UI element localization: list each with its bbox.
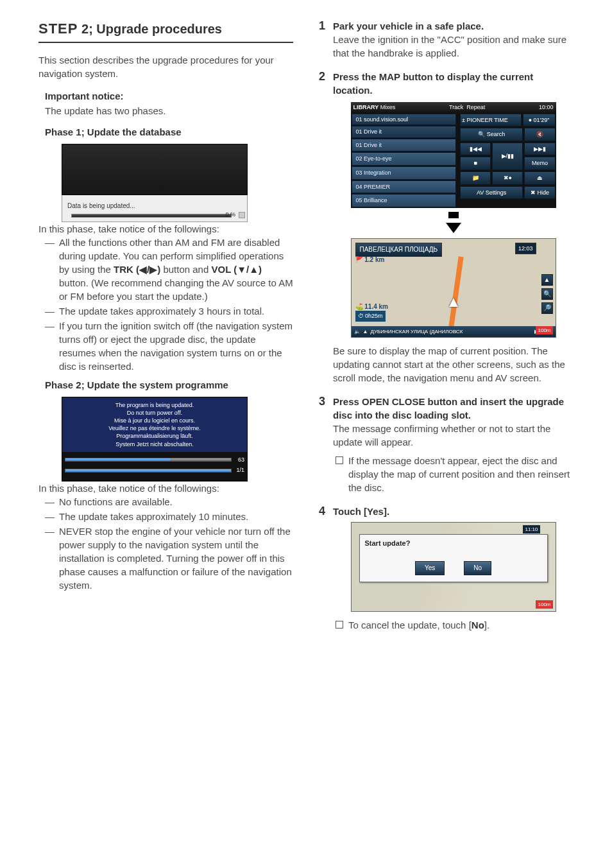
phase1-bullets: All the functions other than AM and FM a…: [38, 236, 293, 373]
important-notice-body: The update has two phases.: [45, 104, 293, 117]
arrow-down-icon: [333, 212, 574, 233]
lib-repeat: Repeat: [466, 104, 485, 110]
lib-next-button[interactable]: ▶▶▮: [524, 143, 555, 156]
trk-button-label: TRK (◀/▶): [114, 264, 160, 275]
lib-eject-button[interactable]: ⏏: [524, 171, 555, 185]
step-rest: 2; Upgrade procedures: [78, 22, 222, 36]
figure-update-programme: The program is being updated. Do not tur…: [62, 397, 248, 482]
phase2-note-intro: In this phase, take notice of the follow…: [38, 482, 293, 495]
lib-item-4[interactable]: 04 PREMIER: [352, 180, 457, 194]
lib-nowplaying: 01 Drive it: [352, 126, 457, 138]
lib-stop-button[interactable]: ■: [460, 157, 491, 170]
step-4-note-b: ].: [484, 620, 489, 630]
lib-title: LIBRARY: [353, 104, 379, 110]
lib-av-settings-button[interactable]: AV Settings: [460, 186, 523, 200]
step-word: STEP: [38, 21, 78, 37]
step-2-command: Press the MAP button to display the curr…: [333, 71, 533, 96]
intro-paragraph: This section describes the upgrade proce…: [38, 53, 293, 80]
phase2-bullet-2: The update takes approximately 10 minute…: [45, 510, 293, 523]
fig-prog-line-6: System Jetzt nicht abschalten.: [66, 440, 243, 448]
figure-library-screen: LIBRARY Mixes Track Repeat 10:00 01 soun…: [351, 102, 556, 208]
step-2-number: 2: [319, 69, 325, 85]
lib-clock: 10:00: [539, 103, 554, 112]
phase1-heading: Phase 1; Update the database: [45, 125, 293, 139]
map-eta-distance: ⛳ 11.4 km: [355, 302, 388, 311]
lib-rec-button[interactable]: ✖●: [492, 171, 523, 185]
phase2-bullet-3: NEVER stop the engine of your vehicle no…: [45, 525, 293, 592]
programme-progress-bar-1: [65, 458, 232, 462]
confirm-scale-badge: 100m: [536, 600, 552, 609]
phase1-bullet-1: All the functions other than AM and FM a…: [45, 236, 293, 303]
figure-confirm-dialog: 11:10 Start update? Yes No 100m: [351, 522, 556, 612]
phase2-bullet-1: No functions are available.: [45, 495, 293, 508]
step-3-number: 3: [319, 394, 325, 410]
step-1-body: Leave the ignition in the "ACC" position…: [333, 34, 566, 58]
map-up-button[interactable]: ▲: [541, 274, 553, 286]
lib-item-2[interactable]: 02 Eye-to-eye: [352, 152, 457, 166]
lib-track: Track: [449, 104, 463, 110]
map-zoom-in-button[interactable]: 🔍: [541, 288, 553, 300]
map-topbar: ПАВЕЛЕЦКАЯ ПЛОЩАДЬ: [355, 243, 443, 257]
map-eta-time: ⏱ 0h25m: [355, 311, 386, 322]
step-1-command: Park your vehicle in a safe place.: [333, 21, 484, 31]
fig-prog-line-5: Programmaktualisierung läuft.: [66, 432, 243, 440]
confirm-time: 11:10: [523, 525, 540, 534]
programme-progress-pct-2: 1/1: [234, 466, 244, 474]
progress-stop-icon: [239, 212, 245, 218]
phase1-bullet-1-mid: button and: [160, 264, 211, 275]
lib-playpause-button[interactable]: ▶/▮▮: [492, 143, 523, 170]
step-header: STEP 2; Upgrade procedures: [38, 19, 293, 43]
lib-vol-icon[interactable]: 🔇: [524, 128, 555, 141]
step-3-command: Press OPEN CLOSE button and insert the u…: [333, 396, 564, 421]
phase1-bullet-1-b: button. (We recommend changing the AV so…: [59, 277, 293, 302]
lib-elapsed: ● 01'29": [523, 114, 556, 127]
progress-percent: 0 %: [225, 211, 235, 219]
map-next-distance: 🚩 1.2 km: [355, 256, 385, 265]
confirm-question: Start update?: [365, 539, 542, 548]
lib-memo-button[interactable]: Memo: [524, 157, 555, 170]
lib-item-5[interactable]: 05 Brilliance: [352, 194, 457, 207]
vol-button-label: VOL (▼/▲): [211, 264, 262, 275]
map-vehicle-cursor-icon: [449, 298, 458, 307]
phase1-note-intro: In this phase, take notice of the follow…: [38, 222, 293, 236]
important-notice-heading: Important notice:: [45, 89, 293, 103]
figure-update-database-preview: [62, 144, 248, 195]
phase2-bullets: No functions are available. The update t…: [38, 495, 293, 592]
phase2-heading: Phase 2; Update the system programme: [45, 378, 293, 392]
fig-prog-line-3: Mise à jour du logiciel en cours.: [66, 417, 243, 424]
map-scale-badge: 100m: [536, 326, 552, 334]
step-3-note: If the message doesn't appear, eject the…: [336, 454, 574, 494]
lib-group: 01 sound.vision.soul: [352, 114, 457, 126]
confirm-yes-button[interactable]: Yes: [415, 561, 445, 575]
lib-sub: Mixes: [380, 104, 396, 110]
fig-prog-line-2: Do not turn power off.: [66, 409, 243, 417]
confirm-no-button[interactable]: No: [464, 561, 491, 575]
figure-map-screen: ПАВЕЛЕЦКАЯ ПЛОЩАДЬ 12:03 🚩 1.2 km ⛳ 11.4…: [351, 238, 556, 338]
progress-bar: [71, 214, 232, 218]
step-3: 3 Press OPEN CLOSE button and insert the…: [319, 395, 574, 494]
lib-prev-button[interactable]: ▮◀◀: [460, 143, 491, 156]
step-2: 2 Press the MAP button to display the cu…: [319, 70, 574, 385]
figure-update-database: Data is being updated... 0 %: [62, 144, 248, 222]
step-4-number: 4: [319, 503, 325, 519]
map-time: 12:03: [515, 243, 536, 255]
step-4-note-no: No: [472, 620, 484, 630]
step-2-after-body: Be sure to display the map of current po…: [333, 344, 574, 385]
lib-hide-button[interactable]: ✖ Hide: [524, 186, 555, 200]
map-zoom-out-button[interactable]: 🔎: [541, 302, 553, 314]
step-1: 1 Park your vehicle in a safe place. Lea…: [319, 19, 574, 60]
lib-folder-button[interactable]: 📁: [460, 171, 491, 185]
lib-item-1[interactable]: 01 Drive it: [352, 139, 457, 152]
step-1-number: 1: [319, 18, 325, 34]
figure-update-database-caption: Data is being updated...: [67, 202, 135, 209]
map-bottom-street: 🔈 ▲ ДУБИНИНСКАЯ УЛИЦА (ДАНИЛОВСК ▶ ◀▮ ⏏: [352, 326, 556, 337]
lib-search-button[interactable]: 🔍 Search: [460, 128, 523, 141]
lib-pioneer-time: ± PIONEER TIME: [460, 114, 522, 127]
fig-prog-line-1: The program is being updated.: [66, 401, 243, 409]
lib-item-3[interactable]: 03 Integration: [352, 166, 457, 180]
programme-progress-pct-1: 63: [234, 456, 244, 464]
step-4-note: To cancel the update, touch [No].: [336, 618, 574, 632]
phase1-bullet-2: The update takes approximately 3 hours i…: [45, 304, 293, 318]
programme-progress-bar-2: [65, 469, 232, 473]
step-3-body: The message confirming whether or not to…: [333, 423, 550, 447]
